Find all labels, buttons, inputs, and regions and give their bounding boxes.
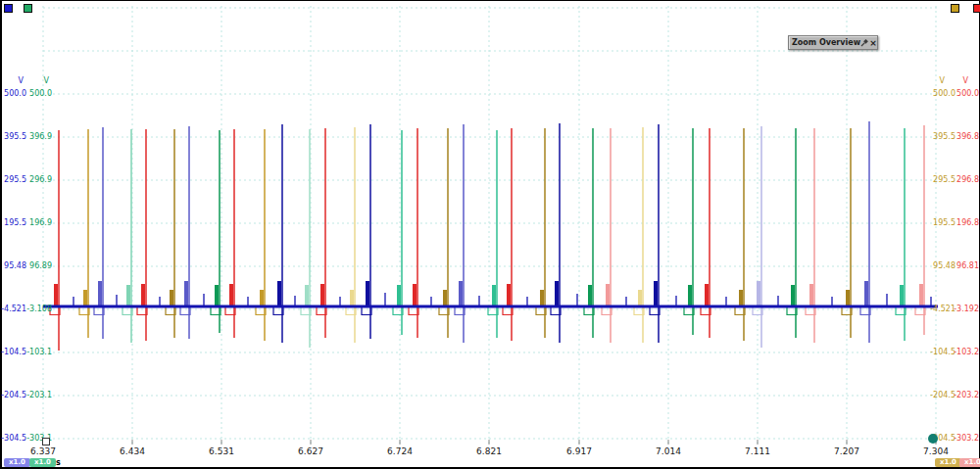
axis-label-green: 96.89 bbox=[29, 261, 52, 271]
axis-unit-yellow: V bbox=[940, 76, 945, 86]
pin-icon[interactable] bbox=[860, 37, 869, 48]
x-tick-label: 6.917 bbox=[558, 446, 601, 456]
axis-label-green: -103.1 bbox=[26, 348, 52, 357]
x-tick-label: 7.111 bbox=[736, 446, 779, 456]
scale-badge-blue[interactable]: x1.0 bbox=[4, 458, 30, 467]
axis-unit-blue: V bbox=[19, 76, 24, 86]
x-tick-label: 6.724 bbox=[378, 446, 421, 456]
axis-label-red: -3.192 bbox=[954, 305, 979, 314]
axis-label-red: 296.8 bbox=[956, 175, 979, 185]
axis-label-yellow: -104.5 bbox=[930, 348, 956, 357]
axis-label-yellow: 95.48 bbox=[933, 261, 956, 271]
axis-label-red: -103.2 bbox=[954, 348, 979, 357]
zoom-overview-window[interactable]: Zoom Overview × bbox=[788, 35, 878, 50]
axis-label-blue: 500.0 bbox=[4, 89, 26, 99]
axis-label-red: -303.2 bbox=[954, 434, 979, 444]
x-tick-label: 6.434 bbox=[111, 446, 154, 456]
axis-label-yellow: 295.5 bbox=[933, 175, 956, 185]
axis-label-red: 196.8 bbox=[956, 218, 979, 228]
axis-label-blue: 295.5 bbox=[4, 175, 26, 185]
axis-label-blue: -4.521 bbox=[1, 305, 26, 314]
axis-label-green: -203.1 bbox=[26, 391, 52, 400]
axis-label-blue: 395.5 bbox=[4, 132, 26, 142]
axis-label-red: -203.2 bbox=[954, 391, 979, 400]
time-unit-label: s bbox=[56, 458, 61, 467]
trigger-marker-dot bbox=[928, 434, 938, 444]
axis-unit-green: V bbox=[44, 76, 49, 86]
x-tick-label: 6.531 bbox=[200, 446, 243, 456]
axis-label-green: 296.9 bbox=[29, 175, 52, 185]
close-icon[interactable]: × bbox=[869, 37, 877, 48]
scale-badge-green[interactable]: x1.0 bbox=[29, 458, 56, 467]
x-tick-label: 7.304 bbox=[914, 446, 957, 456]
x-tick-label: 7.014 bbox=[647, 446, 690, 456]
scale-badge-yellow[interactable]: x1.0 bbox=[935, 458, 961, 467]
zoom-overview-title: Zoom Overview bbox=[789, 38, 860, 47]
zoom-handle-square[interactable] bbox=[42, 438, 50, 446]
axis-label-blue: -104.5 bbox=[1, 348, 26, 357]
axis-label-yellow: 395.5 bbox=[933, 132, 956, 142]
axis-label-green: 500.0 bbox=[29, 89, 52, 99]
x-tick-label: 6.337 bbox=[22, 446, 65, 456]
axis-unit-red: V bbox=[963, 76, 968, 86]
pin-icon-glyph bbox=[860, 38, 869, 47]
waveform-plot-area[interactable] bbox=[0, 0, 980, 469]
x-tick-label: 6.627 bbox=[289, 446, 332, 456]
x-tick-label: 7.207 bbox=[825, 446, 868, 456]
axis-label-blue: 195.5 bbox=[4, 218, 26, 228]
axis-label-green: 396.9 bbox=[29, 132, 52, 142]
x-tick-label: 6.821 bbox=[467, 446, 511, 456]
axis-label-green: 196.9 bbox=[29, 218, 52, 228]
axis-label-yellow: 500.0 bbox=[933, 89, 956, 99]
axis-label-blue: -204.5 bbox=[1, 391, 26, 400]
axis-label-yellow: -4.521 bbox=[930, 305, 956, 314]
axis-label-blue: -304.5 bbox=[1, 434, 26, 444]
axis-label-yellow: -204.5 bbox=[930, 391, 956, 400]
axis-label-red: 96.81 bbox=[956, 261, 979, 271]
axis-label-blue: 95.48 bbox=[4, 261, 26, 271]
scale-badge-red[interactable]: x1.0 bbox=[959, 458, 980, 467]
axis-label-green: -3.108 bbox=[26, 305, 52, 314]
axis-label-yellow: 195.5 bbox=[933, 218, 956, 228]
axis-label-red: 500.0 bbox=[956, 89, 979, 99]
axis-label-red: 396.8 bbox=[956, 132, 979, 142]
